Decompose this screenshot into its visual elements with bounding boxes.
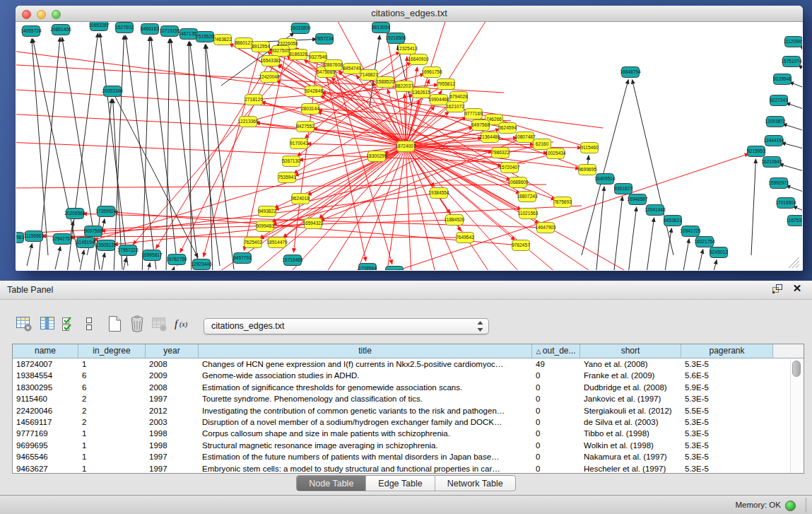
table-cell[interactable]: 0: [532, 440, 580, 451]
graph-node[interactable]: 8822037: [395, 81, 413, 92]
graph-edge[interactable]: [786, 186, 802, 194]
table-cell[interactable]: 6: [78, 370, 146, 381]
graph-node[interactable]: 10719155: [159, 26, 180, 37]
column-header-year[interactable]: year: [146, 344, 199, 358]
table-cell[interactable]: 1998: [146, 440, 199, 451]
table-cell[interactable]: 2008: [146, 358, 199, 370]
graph-node[interactable]: 8813054: [372, 23, 390, 33]
graph-node[interactable]: 6466163: [141, 24, 159, 35]
graph-node[interactable]: 11884520: [445, 215, 465, 226]
graph-edge[interactable]: [384, 146, 406, 270]
table-cell[interactable]: 1: [78, 463, 146, 474]
graph-node[interactable]: 16021754: [694, 237, 715, 247]
graph-node[interactable]: 9242848: [305, 86, 323, 97]
tab-edge-table[interactable]: Edge Table: [365, 476, 434, 491]
table-cell[interactable]: 5.3E-5: [681, 440, 773, 451]
table-cell[interactable]: 19384554: [13, 370, 78, 381]
table-cell[interactable]: 0: [532, 405, 580, 416]
table-cell[interactable]: 2: [78, 416, 146, 428]
table-cell[interactable]: Yano et al. (2008): [580, 358, 681, 370]
column-header-out-de-[interactable]: △ out_de...: [532, 344, 580, 358]
graph-node[interactable]: 15992971: [768, 178, 789, 189]
graph-edge[interactable]: [55, 247, 61, 269]
graph-node[interactable]: 9115460: [580, 143, 599, 153]
table-row[interactable]: 1830029562008Estimation of significance …: [13, 382, 804, 393]
table-cell[interactable]: Changes of HCN gene expression and I(f) …: [199, 358, 532, 370]
graph-node[interactable]: 8860123: [235, 38, 253, 49]
table-cell[interactable]: 0: [532, 451, 580, 462]
table-cell[interactable]: Wolkin et al. (1998): [580, 440, 681, 451]
graph-node[interactable]: 9777169: [464, 109, 483, 119]
table-cell[interactable]: 18300295: [13, 382, 78, 393]
graph-edge[interactable]: [101, 220, 454, 231]
graph-node[interactable]: 17016504: [775, 198, 796, 209]
graph-node[interactable]: 17957223: [117, 245, 139, 256]
table-row[interactable]: 2242004622012Investigating the contribut…: [13, 405, 804, 416]
graph-node[interactable]: 1362615: [412, 88, 430, 98]
graph-node[interactable]: 16210643: [761, 157, 782, 168]
graph-node[interactable]: 62160: [534, 139, 551, 150]
graph-edge[interactable]: [596, 187, 604, 270]
graph-edge[interactable]: [394, 153, 749, 270]
graph-node[interactable]: 2803144: [301, 104, 319, 115]
graph-node[interactable]: 15751074: [781, 57, 802, 67]
graph-node[interactable]: 12093872: [765, 117, 786, 127]
table-cell[interactable]: 2008: [146, 382, 199, 393]
graph-node[interactable]: 9624018: [291, 194, 310, 204]
graph-edge[interactable]: [122, 258, 126, 270]
float-panel-icon[interactable]: [771, 282, 784, 295]
graph-node[interactable]: 21364486: [479, 132, 500, 143]
table-cell[interactable]: 2: [78, 393, 146, 404]
table-cell[interactable]: de Silva et al. (2003): [580, 416, 681, 428]
graph-node[interactable]: 12923446: [191, 259, 212, 270]
graph-node[interactable]: 18724007: [395, 141, 416, 152]
table-cell[interactable]: 5.6E-5: [681, 370, 773, 381]
table-cell[interactable]: 5.5E-5: [681, 405, 773, 416]
graph-edge[interactable]: [779, 164, 802, 173]
graph-edge[interactable]: [663, 228, 671, 270]
graph-node[interactable]: 8427552: [296, 122, 314, 132]
table-cell[interactable]: 1997: [146, 463, 199, 474]
table-cell[interactable]: Estimation of significance thresholds fo…: [199, 382, 532, 393]
graph-node[interactable]: 8912954: [252, 42, 270, 52]
graph-node[interactable]: 19384554: [428, 188, 449, 199]
table-cell[interactable]: 22420046: [13, 405, 78, 416]
table-scrollbar[interactable]: [790, 359, 801, 473]
graph-node[interactable]: 1621072: [446, 102, 464, 112]
table-cell[interactable]: Embryonic stem cells: a model to study s…: [199, 463, 532, 474]
graph-node[interactable]: 10807487: [514, 132, 536, 143]
table-cell[interactable]: Estimation of the future numbers of pati…: [199, 451, 532, 462]
table-cell[interactable]: 0: [532, 463, 580, 474]
graph-node[interactable]: 9327505: [271, 46, 290, 57]
graph-node[interactable]: 22420046: [259, 72, 280, 83]
graph-node[interactable]: 16033809: [290, 23, 311, 34]
graph-edge[interactable]: [189, 42, 192, 270]
graph-edge[interactable]: [16, 142, 525, 163]
graph-node[interactable]: 10688609: [507, 177, 529, 188]
graph-node[interactable]: 12444194: [763, 136, 784, 146]
graph-node[interactable]: 11675335: [787, 216, 802, 226]
graph-node[interactable]: 7649542: [456, 233, 474, 243]
graph-node[interactable]: 8454749: [343, 64, 361, 74]
table-cell[interactable]: Dudbridge et al. (2008): [580, 382, 681, 393]
graph-edge[interactable]: [295, 146, 406, 175]
graph-node[interactable]: 1527602: [115, 23, 134, 33]
graph-node[interactable]: 7463822: [213, 35, 232, 45]
table-scrollbar-thumb[interactable]: [792, 361, 801, 377]
table-row[interactable]: 1872400712008Changes of HCN gene express…: [13, 358, 804, 370]
graph-edge[interactable]: [789, 82, 802, 90]
graph-edge[interactable]: [283, 97, 459, 238]
column-header-title[interactable]: title: [199, 344, 532, 358]
graph-edge[interactable]: [27, 244, 32, 266]
graph-node[interactable]: 7625402: [244, 238, 262, 248]
table-cell[interactable]: 5.3E-5: [681, 416, 773, 428]
graph-node[interactable]: 11120945: [784, 37, 802, 47]
tab-node-table[interactable]: Node Table: [297, 476, 365, 491]
graph-edge[interactable]: [112, 91, 198, 257]
table-cell[interactable]: 9465546: [13, 451, 78, 462]
graph-edge[interactable]: [645, 218, 654, 270]
delete-table-icon[interactable]: [128, 315, 146, 333]
graph-node[interactable]: 5267130: [282, 156, 300, 167]
table-cell[interactable]: 5.3E-5: [681, 393, 773, 404]
table-cell[interactable]: 9115460: [13, 393, 78, 404]
